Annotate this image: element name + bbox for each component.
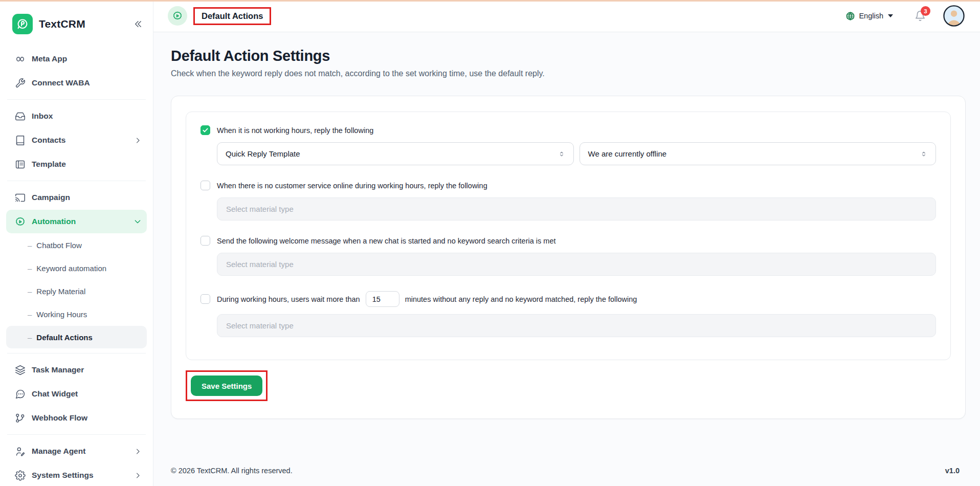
sidebar-item-campaign[interactable]: Campaign [6,186,147,209]
template-select-value: We are currently offline [588,149,667,158]
caret-down-icon [888,14,893,17]
dash-marker: – [28,264,32,273]
header-right: English 3 [845,5,965,27]
tools-icon [15,78,26,89]
save-settings-button[interactable]: Save Settings [191,375,262,396]
sidebar-item-automation[interactable]: Automation [6,210,147,233]
checkbox-label: Send the following welcome message when … [217,237,556,245]
main-area: Default Actions English [153,0,980,486]
user-edit-icon [15,446,26,457]
breadcrumb-annotation-box: Default Actions [193,7,271,25]
inbox-icon [15,111,26,122]
sidebar-item-system-settings[interactable]: System Settings [6,463,147,486]
sidebar-divider [7,434,146,435]
material-field-row [217,253,936,276]
sidebar-divider [7,353,146,354]
sidebar: TextCRM Meta App [0,0,153,486]
sidebar-item-connect-waba[interactable]: Connect WABA [6,71,147,95]
sidebar-item-webhook-flow[interactable]: Webhook Flow [6,406,147,430]
sidebar-item-inbox[interactable]: Inbox [6,104,147,128]
sidebar-subitem-default-actions[interactable]: – Default Actions [6,326,147,348]
dash-marker: – [28,310,32,319]
sidebar-subitem-working-hours[interactable]: – Working Hours [6,303,147,325]
dash-marker: – [28,241,32,250]
user-avatar[interactable] [943,5,965,27]
timeout-material-select[interactable] [217,314,936,337]
language-label: English [859,12,883,20]
textcrm-logo-icon [12,14,33,34]
select-updown-icon [920,150,927,158]
sidebar-subitem-label: Reply Material [36,287,85,296]
template-layout-icon [15,159,26,170]
notifications-button[interactable]: 3 [915,10,926,21]
sidebar-subitem-label: Keyword automation [36,264,106,273]
sidebar-item-label: Chat Widget [32,389,78,399]
chat-bubble-icon [15,389,26,400]
sidebar-item-label: System Settings [32,471,94,480]
breadcrumb: Default Actions [202,11,263,20]
chevron-right-icon [134,448,142,455]
material-field-row [217,314,936,337]
sidebar-item-label: Manage Agent [32,447,85,456]
no-agent-material-select[interactable] [217,197,936,220]
sidebar-item-label: Webhook Flow [32,413,87,423]
wait-timeout-checkbox[interactable] [201,294,210,304]
chevron-right-icon [134,472,142,479]
sidebar-subitem-chatbot-flow[interactable]: – Chatbot Flow [6,234,147,256]
template-select[interactable]: We are currently offline [580,142,937,165]
sidebar-item-label: Campaign [32,193,70,202]
dash-marker: – [28,333,32,342]
checkbox-label-before: During working hours, users wait more th… [217,295,360,303]
sidebar-subitem-keyword-automation[interactable]: – Keyword automation [6,257,147,279]
version-label: v1.0 [945,467,960,475]
reply-selects-row: Quick Reply Template We are currently of… [217,142,936,165]
checkbox-label: When there is no customer service online… [217,182,487,190]
welcome-message-checkbox[interactable] [201,236,210,246]
sidebar-item-label: Inbox [32,112,53,121]
sidebar-item-manage-agent[interactable]: Manage Agent [6,439,147,463]
page-content: Default Action Settings Check when the k… [153,32,980,467]
copyright-text: © 2026 TextCRM. All rights reserved. [171,467,293,475]
sidebar-subitem-reply-material[interactable]: – Reply Material [6,280,147,302]
sidebar-item-task-manager[interactable]: Task Manager [6,358,147,382]
git-branch-icon [15,413,26,424]
checkbox-label-after: minutes without any reply and no keyword… [405,295,637,303]
top-header: Default Actions English [153,0,980,32]
not-working-hours-row: When it is not working hours, reply the … [201,125,936,135]
welcome-message-row: Send the following welcome message when … [201,236,936,246]
no-agent-online-checkbox[interactable] [201,181,210,190]
check-icon [202,127,209,134]
sidebar-item-label: Meta App [32,54,67,63]
select-updown-icon [558,150,565,158]
sidebar-item-label: Connect WABA [32,78,90,87]
wait-timeout-row: During working hours, users wait more th… [201,291,936,307]
sidebar-item-label: Contacts [32,136,65,145]
brand-row: TextCRM [0,2,153,47]
brand-name: TextCRM [39,18,85,30]
sidebar-subitem-label: Default Actions [36,333,92,342]
welcome-material-select[interactable] [217,253,936,276]
chevron-down-icon [133,217,142,226]
sidebar-item-contacts[interactable]: Contacts [6,128,147,152]
top-accent-line [0,0,980,2]
layers-icon [15,365,26,375]
sidebar-item-template[interactable]: Template [6,152,147,176]
meta-infinity-icon [15,54,26,64]
sidebar-divider [7,181,146,181]
sidebar-collapse-icon[interactable] [133,19,143,29]
sidebar-item-meta-app[interactable]: Meta App [6,47,147,71]
material-field-row [217,197,936,220]
material-type-select[interactable]: Quick Reply Template [217,142,574,165]
sidebar-subitem-label: Working Hours [36,310,87,319]
page-title: Default Action Settings [171,48,966,64]
page-subtitle: Check when the keyword reply does not ma… [171,69,966,78]
settings-card: When it is not working hours, reply the … [171,96,966,419]
wait-minutes-input[interactable] [366,291,399,307]
checkbox-label: When it is not working hours, reply the … [217,126,373,135]
language-selector[interactable]: English [845,11,893,21]
sidebar-item-label: Automation [32,217,76,226]
book-icon [15,135,26,146]
sidebar-item-chat-widget[interactable]: Chat Widget [6,382,147,406]
automation-gear-play-icon [15,216,26,227]
not-working-hours-checkbox[interactable] [201,125,210,135]
